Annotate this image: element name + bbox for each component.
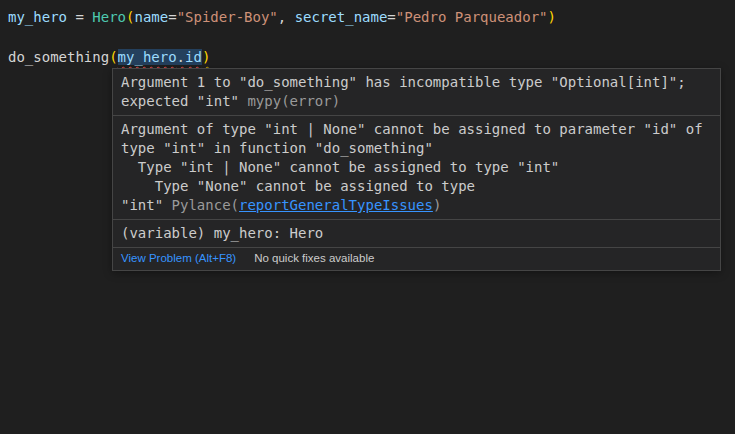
token-operator: = <box>387 9 395 25</box>
token-property: id <box>185 49 202 65</box>
token-string: "Pedro Parqueador" <box>396 9 548 25</box>
pylance-message-line: Type "None" cannot be assigned to type <box>121 177 712 196</box>
pylance-diagnostic-section: Argument of type "int | None" cannot be … <box>113 115 720 219</box>
token-dot: . <box>177 49 185 65</box>
code-line-1[interactable]: my_hero = Hero(name="Spider-Boy", secret… <box>8 7 735 27</box>
diagnostic-hover-tooltip: Argument 1 to "do_something" has incompa… <box>112 68 721 271</box>
code-line-2-empty[interactable] <box>8 27 735 47</box>
pylance-message-line: Argument of type "int | None" cannot be … <box>121 120 712 139</box>
code-line-3[interactable]: do_something(my_hero.id) <box>8 47 735 67</box>
pylance-message-line: Type "int | None" cannot be assigned to … <box>121 158 712 177</box>
token-comma: , <box>278 9 295 25</box>
token-string: "Spider-Boy" <box>177 9 278 25</box>
no-quick-fixes-label: No quick fixes available <box>254 252 374 265</box>
token-function: do_something <box>8 49 109 65</box>
pylance-message-line: "int" Pylance(reportGeneralTypeIssues) <box>121 196 712 215</box>
mypy-message-text: expected "int" <box>121 93 247 109</box>
variable-info-section: (variable) my_hero: Hero <box>113 219 720 247</box>
mypy-diagnostic-section: Argument 1 to "do_something" has incompa… <box>113 69 720 115</box>
mypy-source-label: mypy(error) <box>247 93 340 109</box>
mypy-message-line: expected "int" mypy(error) <box>121 92 712 111</box>
report-general-type-issues-link[interactable]: reportGeneralTypeIssues <box>239 197 433 213</box>
pylance-source-label: Pylance( <box>172 197 239 213</box>
pylance-message-line: type "int" in function "do_something" <box>121 139 712 158</box>
hovered-expression-error[interactable]: my_hero.id <box>118 49 202 65</box>
token-class: Hero <box>92 9 126 25</box>
pylance-source-label: ) <box>433 197 441 213</box>
token-parameter: name <box>134 9 168 25</box>
mypy-message-line: Argument 1 to "do_something" has incompa… <box>121 73 712 92</box>
variable-info-text: (variable) my_hero: Hero <box>121 224 712 243</box>
token-parameter: secret_name <box>295 9 388 25</box>
token-operator: = <box>168 9 176 25</box>
token-close-paren: ) <box>548 9 556 25</box>
token-variable: my_hero <box>118 49 177 65</box>
token-open-paren: ( <box>109 49 117 65</box>
pylance-message-text: "int" <box>121 197 172 213</box>
hover-status-bar: View Problem (Alt+F8) No quick fixes ava… <box>113 247 720 270</box>
view-problem-link[interactable]: View Problem (Alt+F8) <box>121 252 236 265</box>
token-variable: my_hero <box>8 9 67 25</box>
token-operator: = <box>67 9 92 25</box>
token-close-paren-warning: ) <box>202 49 210 65</box>
